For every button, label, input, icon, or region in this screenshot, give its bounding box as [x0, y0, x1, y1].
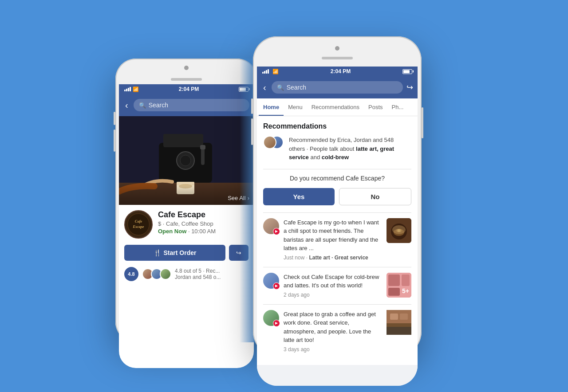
review-item-2: ▶ Check out Cafe Escape for cold-brew an… [263, 273, 411, 298]
review-meta-2: 2 days ago [284, 292, 382, 298]
secondary-action-button[interactable]: ↪ [229, 245, 248, 261]
phone-top-hardware [115, 59, 257, 84]
tab-menu[interactable]: Menu [284, 98, 307, 116]
phone-camera-front [335, 46, 339, 51]
search-icon-front: 🔍 [277, 84, 284, 91]
rating-text-value: 4.8 out of 5 · Rec... [175, 268, 220, 274]
recommendations-title: Recommendations [263, 122, 411, 130]
business-info-section: Cafe Escape Cafe Escape $ · Cafe, Coffee… [119, 205, 254, 286]
wifi-icon: 📶 [133, 86, 139, 92]
signal-bar [130, 87, 131, 91]
hours-text: · 10:00 AM [188, 228, 216, 235]
search-bar-back[interactable]: 🔍 Search [134, 99, 249, 111]
signal-bar [128, 88, 129, 91]
svg-text:5+: 5+ [402, 287, 409, 294]
rating-badge: 4.8 [124, 267, 138, 281]
logo-svg: Cafe Escape [125, 210, 152, 239]
rating-value: 4.8 [128, 271, 134, 277]
svg-text:Escape: Escape [133, 224, 144, 229]
divider-3 [263, 267, 411, 267]
review-text-2: Check out Cafe Escape for cold-brew and … [284, 273, 382, 290]
yes-button[interactable]: Yes [263, 188, 335, 205]
cafe-thumb-svg [387, 310, 411, 335]
signal-bar [266, 70, 267, 74]
rec-names: Jordan and 548 o... [175, 274, 221, 280]
yes-no-buttons: Yes No [263, 188, 411, 205]
bold-cold-brew: cold-brew [322, 154, 349, 161]
status-bar-left: 📶 [124, 86, 139, 92]
svg-point-5 [180, 155, 191, 166]
svg-point-16 [391, 223, 407, 239]
phone-top-hardware-front [253, 36, 422, 63]
back-phone: 📶 2:04 PM ‹ 🔍 Search [115, 59, 257, 342]
search-icon: 🔍 [139, 102, 146, 109]
review-content-3: Great place to grab a coffee and get wor… [284, 310, 382, 353]
side-button-front [251, 98, 253, 114]
recommendation-text: Recommended by Erica, Jordan and 548 oth… [289, 136, 411, 162]
see-all-button[interactable]: See All › [228, 195, 249, 201]
phone-camera [184, 66, 189, 70]
tab-photos[interactable]: Ph... [387, 98, 408, 116]
signal-bars-icon [124, 87, 131, 91]
svg-point-19 [398, 229, 400, 232]
share-button-front[interactable]: ↪ [406, 82, 413, 92]
battery-fill [240, 88, 246, 91]
front-content-scroll[interactable]: Recommendations Recommended by Erica, Jo… [257, 116, 418, 386]
svg-rect-27 [390, 314, 398, 320]
svg-rect-23 [402, 274, 410, 286]
see-all-label: See All [228, 195, 245, 201]
review-time-1: Just now [284, 255, 304, 261]
no-button[interactable]: No [339, 188, 411, 205]
tab-posts[interactable]: Posts [364, 98, 387, 116]
review-time-2: 2 days ago [284, 292, 310, 298]
svg-point-18 [396, 229, 402, 232]
utensils-icon: 🍴 [154, 249, 161, 256]
business-name: Cafe Escape [158, 210, 248, 220]
start-order-button[interactable]: 🍴 Start Order [124, 245, 225, 261]
side-button-front [422, 107, 423, 138]
side-button [114, 112, 115, 125]
battery-icon-front [402, 69, 412, 74]
review-time-3: 3 days ago [284, 346, 310, 353]
signal-bar [268, 69, 269, 74]
open-status: Open Now [158, 228, 186, 235]
review-content-2: Check out Cafe Escape for cold-brew and … [284, 273, 382, 298]
search-bar-front[interactable]: 🔍 Search [272, 81, 403, 94]
review-avatar-wrap-1: ▶ [263, 218, 279, 234]
review-text-3: Great place to grab a coffee and get wor… [284, 310, 382, 345]
nav-bar-front: ‹ 🔍 Search ↪ [257, 76, 418, 98]
status-bar-front: 📶 2:04 PM [257, 67, 418, 76]
nav-bar-back: ‹ 🔍 Search [119, 94, 254, 116]
business-details: Cafe Escape $ · Cafe, Coffee Shop Open N… [158, 210, 248, 235]
friend-avatars [263, 136, 284, 162]
review-thumbnail-1 [387, 218, 411, 243]
tab-home[interactable]: Home [259, 98, 284, 116]
phone-speaker [171, 78, 202, 81]
tab-recommendations[interactable]: Recommendations [307, 98, 364, 116]
review-thumbnail-3 [387, 310, 411, 335]
action-buttons: 🍴 Start Order ↪ [124, 245, 248, 261]
battery-icon [239, 87, 248, 92]
rating-text: 4.8 out of 5 · Rec... Jordan and 548 o..… [175, 268, 221, 280]
chevron-right-icon: › [248, 195, 249, 201]
back-button[interactable]: ‹ [123, 98, 130, 112]
review-meta-1: Just now · Latte art · Great service [284, 255, 382, 261]
review-thumbnail-2: 5+ [387, 273, 411, 298]
review-play-icon-3: ▶ [273, 320, 280, 327]
status-time: 2:04 PM [179, 86, 199, 92]
status-bar-back: 📶 2:04 PM [119, 84, 254, 94]
svg-rect-21 [388, 274, 400, 286]
friend-avatar-1 [263, 136, 276, 149]
svg-rect-3 [163, 134, 203, 147]
recommend-question: Do you recommend Cafe Escape? [263, 175, 411, 182]
review-item-1: ▶ Cafe Escape is my go-to when I want a … [263, 218, 411, 261]
back-button-front[interactable]: ‹ [261, 81, 268, 94]
battery-fill-front [403, 70, 410, 73]
divider-1 [263, 169, 411, 169]
wifi-icon-front: 📶 [272, 69, 279, 74]
review-item-3: ▶ Great place to grab a coffee and get w… [263, 310, 411, 353]
rating-avatars [142, 268, 171, 280]
divider-4 [263, 304, 411, 305]
ratings-row: 4.8 4.8 out of 5 · Rec... Jordan and 548… [124, 267, 248, 281]
review-play-icon-2: ▶ [273, 282, 280, 290]
